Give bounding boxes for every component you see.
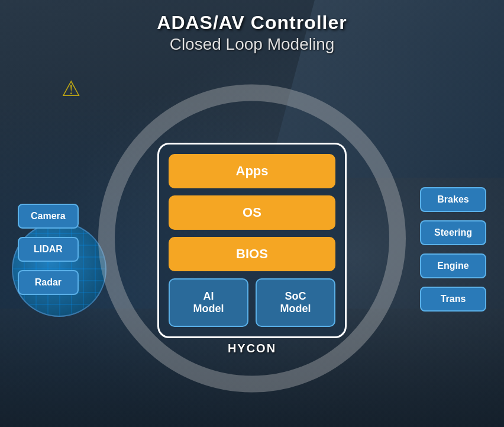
layer-bios: BIOS <box>169 237 335 271</box>
page-title-main: ADAS/AV Controller <box>157 12 347 34</box>
actuator-steering: Steering <box>420 220 486 245</box>
layer-os: OS <box>169 195 335 230</box>
bottom-models-row: AIModel SoCModel <box>169 278 335 327</box>
actuator-trans: Trans <box>420 287 486 312</box>
controller-box: Apps OS BIOS AIModel SoCModel <box>157 143 347 338</box>
controller-container: Apps OS BIOS AIModel SoCModel HYCON <box>157 143 347 355</box>
sensor-radar: Radar <box>18 270 79 295</box>
main-content: ADAS/AV Controller Closed Loop Modeling … <box>0 0 504 427</box>
right-actuators-group: Brakes Steering Engine Trans <box>420 187 486 312</box>
model-ai: AIModel <box>169 278 248 327</box>
title-area: ADAS/AV Controller Closed Loop Modeling <box>157 12 347 54</box>
left-sensors-group: Camera LIDAR Radar <box>18 204 79 295</box>
sensor-lidar: LIDAR <box>18 237 79 262</box>
model-soc: SoCModel <box>256 278 335 327</box>
hycon-brand-label: HYCON <box>157 342 347 355</box>
diagram-area: Camera LIDAR Radar Apps OS BIOS AIModel … <box>0 71 504 427</box>
actuator-brakes: Brakes <box>420 187 486 212</box>
layer-apps: Apps <box>169 154 335 188</box>
actuator-engine: Engine <box>420 253 486 278</box>
sensor-camera: Camera <box>18 204 79 229</box>
page-title-sub: Closed Loop Modeling <box>157 35 347 54</box>
